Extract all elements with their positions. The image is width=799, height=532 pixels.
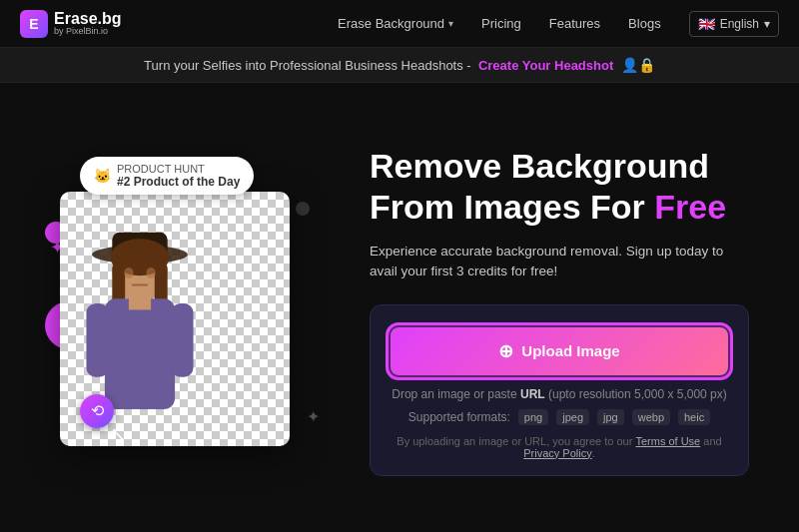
hero-title-line1: Remove Background	[370, 147, 709, 185]
nav-blogs[interactable]: Blogs	[628, 16, 661, 31]
language-label: English	[720, 17, 759, 31]
upload-box: ⊕ Upload Image Drop an image or paste UR…	[370, 304, 749, 476]
nav-erase-bg-label: Erase Background	[338, 16, 444, 31]
ph-cat-icon: 🐱	[94, 168, 111, 184]
nav-pricing[interactable]: Pricing	[481, 16, 521, 31]
privacy-policy-link[interactable]: Privacy Policy	[523, 447, 591, 459]
svg-point-11	[146, 266, 155, 277]
terms-row: By uploading an image or URL, you agree …	[391, 435, 728, 459]
format-jpeg: jpeg	[556, 409, 589, 425]
language-selector[interactable]: 🇬🇧 English ▾	[689, 11, 779, 37]
ph-rank: #2 Product of the Day	[117, 175, 240, 189]
svg-point-10	[124, 266, 133, 277]
logo[interactable]: E Erase.bg by PixelBin.io	[20, 10, 122, 38]
ph-label: PRODUCT HUNT	[117, 163, 240, 175]
formats-row: Supported formats: png jpeg jpg webp hei…	[391, 409, 728, 425]
drop-hint: Drop an image or paste URL (upto resolut…	[391, 387, 728, 401]
terms-of-use-link[interactable]: Terms of Use	[635, 435, 700, 447]
announcement-icons: 👤🔒	[621, 57, 655, 73]
logo-title: Erase.bg	[54, 11, 122, 27]
decorative-dot-dark	[296, 202, 310, 216]
format-png: png	[518, 409, 548, 425]
svg-rect-9	[129, 294, 151, 309]
header: E Erase.bg by PixelBin.io Erase Backgrou…	[0, 0, 799, 48]
nav-erase-bg[interactable]: Erase Background ▾	[338, 16, 453, 31]
terms-and: and	[700, 435, 721, 447]
nav-features[interactable]: Features	[549, 16, 600, 31]
formats-label: Supported formats:	[408, 410, 510, 424]
product-hunt-badge: 🐱 PRODUCT HUNT #2 Product of the Day	[80, 157, 254, 195]
demo-panel: 🐱 PRODUCT HUNT #2 Product of the Day ✦ ✦	[40, 147, 340, 476]
format-webp: webp	[632, 409, 670, 425]
nav: Erase Background ▾ Pricing Features Blog…	[338, 11, 779, 37]
hero-title-line2: From Images For	[370, 188, 654, 226]
announcement-link[interactable]: Create Your Headshot	[478, 58, 613, 73]
format-heic: heic	[678, 409, 710, 425]
chevron-down-icon: ▾	[448, 18, 453, 29]
ph-text: PRODUCT HUNT #2 Product of the Day	[117, 163, 240, 189]
logo-subtitle: by PixelBin.io	[54, 27, 122, 36]
drop-hint-suffix: (upto resolution 5,000 x 5,000 px)	[545, 387, 727, 401]
svg-rect-7	[86, 302, 108, 376]
nav-pricing-label: Pricing	[481, 16, 521, 31]
logo-text: Erase.bg by PixelBin.io	[54, 11, 122, 36]
svg-rect-8	[171, 302, 193, 376]
logo-icon: E	[20, 10, 48, 38]
plus-icon: ⊕	[498, 340, 513, 362]
nav-blogs-label: Blogs	[628, 16, 661, 31]
cursor-icon: ↖	[110, 422, 127, 446]
url-text: URL	[520, 387, 545, 401]
erase-icon-badge: ⟲	[80, 394, 114, 428]
flag-icon: 🇬🇧	[698, 16, 715, 32]
terms-suffix: .	[592, 447, 595, 459]
terms-prefix: By uploading an image or URL, you agree …	[397, 435, 635, 447]
nav-features-label: Features	[549, 16, 600, 31]
sparkle-icon-2: ✦	[307, 407, 320, 426]
hero-panel: Remove Background From Images For Free E…	[360, 146, 749, 475]
announcement-text: Turn your Selfies into Professional Busi…	[144, 58, 474, 73]
upload-button[interactable]: ⊕ Upload Image	[391, 327, 728, 375]
announcement-bar: Turn your Selfies into Professional Busi…	[0, 48, 799, 83]
svg-rect-6	[105, 298, 175, 409]
hero-title-accent: Free	[654, 188, 726, 226]
lang-chevron-icon: ▾	[764, 17, 770, 31]
drop-hint-prefix: Drop an image or paste	[392, 387, 520, 401]
erase-icon: ⟲	[91, 401, 104, 420]
main-content: 🐱 PRODUCT HUNT #2 Product of the Day ✦ ✦	[0, 83, 799, 529]
format-jpg: jpg	[597, 409, 624, 425]
hero-title: Remove Background From Images For Free	[370, 146, 749, 228]
hero-subtitle: Experience accurate background removal. …	[370, 242, 729, 282]
upload-button-label: Upload Image	[521, 342, 619, 359]
